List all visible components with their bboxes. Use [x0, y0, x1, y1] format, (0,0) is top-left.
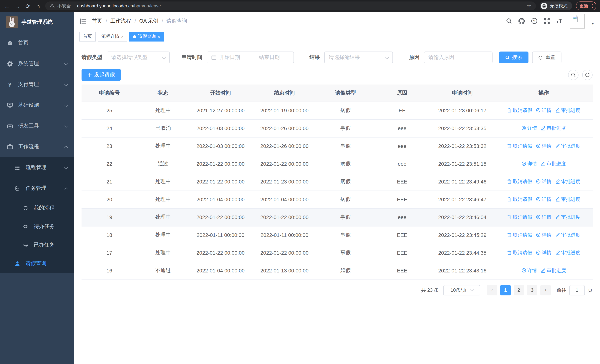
progress-action-label: 审批进度	[561, 196, 580, 203]
breadcrumb-item-oa[interactable]: OA 示例	[139, 18, 159, 24]
breadcrumb-item-workflow[interactable]: 工作流程	[111, 18, 131, 24]
browser-forward-icon[interactable]: →	[14, 3, 21, 9]
cancel-action-link[interactable]: 取消请假	[507, 143, 532, 149]
cancel-action-link[interactable]: 取消请假	[507, 232, 532, 238]
detail-action-link[interactable]: 详情	[536, 214, 552, 221]
sidebar-item-workflow[interactable]: 工作流程	[0, 136, 74, 157]
cancel-action-link[interactable]: 取消请假	[507, 214, 532, 221]
progress-action-link[interactable]: 审批进度	[555, 178, 580, 185]
detail-action-link[interactable]: 详情	[521, 125, 537, 131]
table-row[interactable]: 20处理中2022-01-04 00:00:002022-01-04 00:00…	[82, 191, 593, 208]
result-select[interactable]: 请选择流结果	[324, 52, 393, 63]
caret-down-icon[interactable]: ▼	[591, 22, 594, 25]
calendar-icon	[211, 55, 216, 60]
cancel-action-link[interactable]: 取消请假	[507, 178, 532, 185]
close-icon[interactable]: ×	[158, 34, 160, 39]
page-button-2[interactable]: 2	[514, 285, 524, 295]
breadcrumb-item-home[interactable]: 首页	[92, 18, 102, 24]
progress-action-link[interactable]: 审批进度	[541, 125, 566, 131]
tab-process-detail[interactable]: 流程详情 ×	[98, 32, 127, 41]
table-row[interactable]: 22通过2022-01-22 00:00:002022-01-22 00:00:…	[82, 155, 593, 173]
browser-update-button[interactable]: 更新	[576, 1, 596, 10]
sidebar-item-my-process[interactable]: 我的流程	[0, 199, 74, 217]
sidebar-item-done-tasks[interactable]: 已办任务	[0, 236, 74, 254]
table-row[interactable]: 19处理中2022-01-22 00:00:002022-01-22 00:00…	[82, 208, 593, 226]
sidebar-item-devtools[interactable]: 研发工具	[0, 116, 74, 136]
sidebar-item-home[interactable]: 首页	[0, 33, 74, 53]
leave-type-select[interactable]: 请选择请假类型	[107, 52, 170, 63]
browser-back-icon[interactable]: ←	[4, 3, 10, 9]
next-page-button[interactable]: ›	[540, 285, 551, 295]
sidebar-collapse-icon[interactable]	[80, 18, 86, 24]
cell-id: 19	[82, 208, 137, 226]
detail-action-link[interactable]: 详情	[536, 107, 552, 114]
font-size-icon[interactable]: TT	[556, 18, 562, 24]
github-icon[interactable]	[518, 18, 525, 24]
header-actions: 操作	[495, 84, 593, 102]
update-label[interactable]: 更新	[580, 3, 588, 9]
browser-menu-icon[interactable]	[592, 4, 593, 8]
sidebar-item-leave-query[interactable]: 请假查询	[0, 254, 74, 273]
progress-action-link[interactable]: 审批进度	[541, 160, 566, 167]
create-leave-button[interactable]: 发起请假	[82, 69, 121, 81]
cancel-action-link[interactable]: 取消请假	[507, 107, 532, 114]
detail-action-link[interactable]: 详情	[536, 143, 552, 149]
browser-home-icon[interactable]: ⌂	[35, 3, 41, 9]
fullscreen-icon[interactable]	[544, 18, 550, 24]
detail-action-link[interactable]: 详情	[536, 196, 552, 203]
cancel-action-link[interactable]: 取消请假	[507, 196, 532, 203]
table-row[interactable]: 23处理中2022-01-03 00:00:002022-01-26 00:00…	[82, 137, 593, 155]
reason-input[interactable]: 请输入原因	[424, 52, 493, 63]
search-button[interactable]: 搜索	[499, 52, 528, 63]
security-label[interactable]: 不安全	[57, 3, 71, 9]
avatar[interactable]	[570, 14, 585, 28]
progress-action-link[interactable]: 审批进度	[541, 267, 566, 274]
detail-action-link[interactable]: 详情	[521, 267, 537, 274]
detail-action-link[interactable]: 详情	[536, 232, 552, 238]
cancel-action-link[interactable]: 取消请假	[507, 250, 532, 256]
progress-action-link[interactable]: 审批进度	[555, 232, 580, 238]
table-row[interactable]: 16不通过2022-01-04 00:00:002022-01-13 00:00…	[82, 262, 593, 280]
detail-action-link[interactable]: 详情	[536, 250, 552, 256]
tab-leave-query[interactable]: 请假查询 ×	[130, 32, 164, 41]
sidebar-item-system[interactable]: 系统管理	[0, 53, 74, 74]
end-date-placeholder[interactable]: 结束日期	[259, 54, 290, 61]
help-icon[interactable]: ?	[531, 18, 537, 24]
sidebar-item-process-management[interactable]: 流程管理	[0, 157, 74, 178]
progress-action-link[interactable]: 审批进度	[555, 214, 580, 221]
progress-action-link[interactable]: 审批进度	[555, 250, 580, 256]
close-icon[interactable]: ×	[121, 34, 124, 39]
progress-action-link[interactable]: 审批进度	[555, 107, 580, 114]
table-row[interactable]: 18处理中2022-01-11 00:00:002022-01-11 00:00…	[82, 226, 593, 244]
table-row[interactable]: 21处理中2022-01-22 00:00:002022-01-23 00:00…	[82, 173, 593, 191]
bookmark-star-icon[interactable]: ☆	[527, 3, 531, 9]
address-bar[interactable]: 不安全 dashboard.yudao.iocoder.cn/bpm/oa/le…	[45, 1, 536, 10]
page-button-3[interactable]: 3	[527, 285, 537, 295]
detail-action-link[interactable]: 详情	[521, 160, 537, 167]
goto-page-input[interactable]: 1	[569, 285, 585, 295]
sidebar-item-task-management[interactable]: 任务管理	[0, 178, 74, 199]
app-logo[interactable]: 芋道管理系统	[0, 12, 74, 33]
browser-reload-icon[interactable]: ⟳	[24, 3, 31, 9]
sidebar-item-infrastructure[interactable]: 基础设施	[0, 95, 74, 116]
sidebar-item-payment[interactable]: ¥ 支付管理	[0, 74, 74, 95]
delete-icon	[507, 215, 512, 220]
progress-action-link[interactable]: 审批进度	[555, 196, 580, 203]
table-row[interactable]: 24已取消2022-01-03 00:00:002022-01-26 00:00…	[82, 119, 593, 137]
table-row[interactable]: 25处理中2021-12-27 00:00:002022-01-19 00:00…	[82, 102, 593, 119]
reset-button[interactable]: 重置	[532, 52, 562, 63]
table-row[interactable]: 17处理中2022-01-22 00:00:002022-01-22 00:00…	[82, 244, 593, 262]
date-range-picker[interactable]: 开始日期 - 结束日期	[207, 52, 294, 63]
tab-home[interactable]: 首页	[79, 32, 96, 41]
start-date-placeholder[interactable]: 开始日期	[219, 54, 250, 61]
refresh-table-button[interactable]	[582, 70, 593, 80]
page-button-1[interactable]: 1	[500, 285, 511, 295]
toggle-search-button[interactable]	[568, 70, 579, 80]
prev-page-button[interactable]: ‹	[487, 285, 497, 295]
progress-action-link[interactable]: 审批进度	[555, 143, 580, 149]
search-icon[interactable]	[506, 18, 512, 24]
sidebar-item-todo-tasks[interactable]: 待办任务	[0, 217, 74, 236]
detail-action-link[interactable]: 详情	[536, 178, 552, 185]
cell-start-time: 2022-01-22 00:00:00	[189, 244, 252, 262]
page-size-select[interactable]: 10条/页	[443, 285, 480, 295]
